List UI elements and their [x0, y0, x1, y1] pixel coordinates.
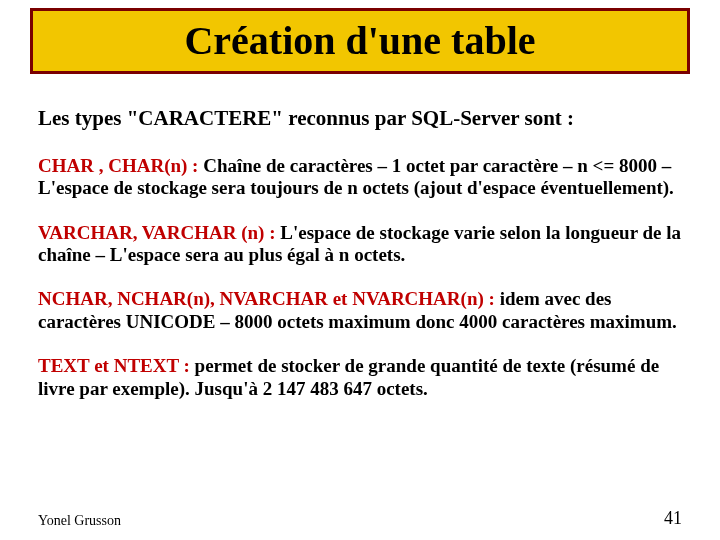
slide-title: Création d'une table — [184, 21, 535, 61]
term-char: CHAR , CHAR(n) : — [38, 155, 198, 176]
body-content: Les types "CARACTERE" reconnus par SQL-S… — [38, 106, 686, 400]
term-varchar: VARCHAR, VARCHAR (n) : — [38, 222, 276, 243]
paragraph-nchar: NCHAR, NCHAR(n), NVARCHAR et NVARCHAR(n)… — [38, 288, 686, 333]
paragraph-char: CHAR , CHAR(n) : Chaîne de caractères – … — [38, 155, 686, 200]
intro-text: Les types "CARACTERE" reconnus par SQL-S… — [38, 106, 686, 131]
footer-page-number: 41 — [664, 508, 682, 529]
title-box: Création d'une table — [30, 8, 690, 74]
footer-author: Yonel Grusson — [38, 513, 121, 529]
paragraph-varchar: VARCHAR, VARCHAR (n) : L'espace de stock… — [38, 222, 686, 267]
slide: Création d'une table Les types "CARACTER… — [0, 0, 720, 540]
term-text: TEXT et NTEXT : — [38, 355, 190, 376]
paragraph-text: TEXT et NTEXT : permet de stocker de gra… — [38, 355, 686, 400]
term-nchar: NCHAR, NCHAR(n), NVARCHAR et NVARCHAR(n)… — [38, 288, 495, 309]
